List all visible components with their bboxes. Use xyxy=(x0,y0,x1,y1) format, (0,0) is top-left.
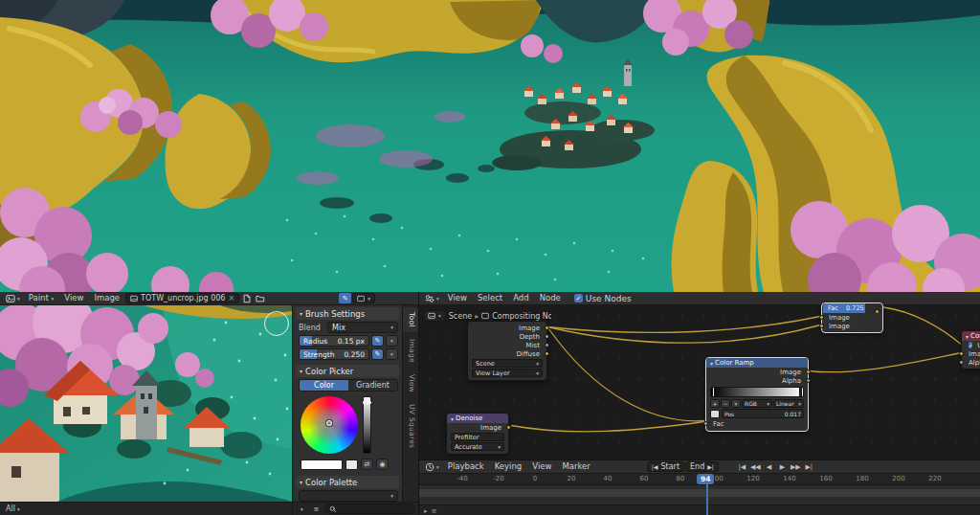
frame-start-field[interactable]: |◀ Start xyxy=(647,461,684,472)
open-image-button[interactable] xyxy=(254,293,266,303)
stop-position-slider[interactable]: Pos0.017 xyxy=(722,409,804,418)
radius-pressure-toggle[interactable]: ✎ xyxy=(371,335,384,347)
play-reverse-button[interactable]: ◀ xyxy=(763,461,775,472)
prefilter-field[interactable]: Prefilter xyxy=(451,433,504,441)
input-socket[interactable] xyxy=(819,324,824,328)
gradient-stop[interactable] xyxy=(799,387,802,397)
input-socket[interactable] xyxy=(959,351,964,356)
color-palette-panel-header[interactable]: ▾ Color Palette xyxy=(296,476,399,488)
display-channels-dropdown[interactable]: ▾ xyxy=(352,293,375,303)
expand-icon[interactable]: ▸ xyxy=(424,507,428,515)
output-socket[interactable] xyxy=(545,334,549,339)
active-color-swatch[interactable] xyxy=(301,459,343,470)
radius-slider[interactable]: Radius 0.15 px xyxy=(299,335,369,347)
node-canvas[interactable]: ▾ Scene ▸ Compositing Nodetree Image Dep… xyxy=(419,305,980,459)
channel-menu-icon[interactable]: ≡ xyxy=(432,507,437,515)
node-color-ramp[interactable]: ▾Color Ramp Image Alpha + − ▾ RGB▾ Linea… xyxy=(705,357,809,432)
strength-options-button[interactable]: ▾ xyxy=(386,348,398,360)
accurate-dropdown[interactable]: Accurate▾ xyxy=(451,442,504,451)
tab-color[interactable]: Color xyxy=(300,380,348,391)
frame-end-field[interactable]: End ▶| xyxy=(685,461,719,472)
view-layer-field[interactable]: View Layer▾ xyxy=(472,369,543,377)
stop-color-swatch[interactable] xyxy=(710,410,720,418)
render-preview-viewport[interactable] xyxy=(0,0,980,292)
output-socket[interactable] xyxy=(806,378,811,383)
brush-settings-panel-header[interactable]: ▾ Brush Settings xyxy=(296,307,399,320)
menu-add[interactable]: Add xyxy=(508,292,533,304)
panel-collapse-icon: ▾ xyxy=(300,310,302,317)
output-socket[interactable] xyxy=(545,325,549,330)
input-socket[interactable] xyxy=(703,421,708,426)
fac-slider[interactable]: Fac 0.725 xyxy=(823,303,881,313)
interpolation-dropdown[interactable]: Linear▾ xyxy=(773,399,804,408)
image-datablock-selector[interactable]: TOTW_uncrop.jpg 006 × xyxy=(125,293,239,303)
output-socket[interactable] xyxy=(545,351,549,356)
palette-selector[interactable]: ▾ xyxy=(299,490,398,502)
timeline-tracks[interactable] xyxy=(419,485,980,504)
prev-keyframe-button[interactable]: ◀◀ xyxy=(749,461,762,472)
secondary-color-swatch[interactable] xyxy=(345,459,358,470)
new-image-button[interactable] xyxy=(240,293,253,303)
strength-pressure-toggle[interactable]: ✎ xyxy=(371,348,384,360)
node-denoise[interactable]: ▾Denoise Image Prefilter Accurate▾ xyxy=(446,413,509,455)
paint-mask-toggle[interactable]: ✎ xyxy=(339,293,351,303)
colorramp-gradient-bar[interactable] xyxy=(710,387,804,397)
node-render-layers[interactable]: Image Depth Mist Diffuse Scene▾ View Lay… xyxy=(467,321,547,381)
value-slider[interactable] xyxy=(363,396,371,454)
menu-image[interactable]: Image xyxy=(89,292,124,304)
strength-slider[interactable]: Strength 0.250 xyxy=(299,348,369,360)
image-paint-viewport[interactable] xyxy=(0,305,292,502)
filter-all-dropdown[interactable]: All ▾ xyxy=(6,504,20,513)
scene-field[interactable]: Scene▾ xyxy=(472,359,543,368)
play-button[interactable]: ▶ xyxy=(776,461,789,472)
tab-uv-squares[interactable]: UV Squares xyxy=(403,399,418,453)
jump-to-start-button[interactable]: |◀ xyxy=(736,461,748,472)
color-picker-panel-header[interactable]: ▾ Color Picker xyxy=(296,365,399,377)
output-socket[interactable] xyxy=(545,343,549,347)
timeline-editor-type-button[interactable]: ▾ xyxy=(422,462,442,472)
menu-view[interactable]: View xyxy=(59,292,88,304)
menu-keying[interactable]: Keying xyxy=(490,460,527,473)
node-mix[interactable]: Fac 0.725 Image Image xyxy=(821,302,883,333)
input-socket[interactable] xyxy=(819,315,824,320)
tab-gradient[interactable]: Gradient xyxy=(348,380,397,391)
gradient-stop[interactable] xyxy=(712,387,715,397)
color-mode-dropdown[interactable]: RGB▾ xyxy=(742,399,772,408)
swap-colors-button[interactable]: ⇄ xyxy=(361,459,373,470)
node-editor-type-button[interactable]: ▾ xyxy=(422,294,442,303)
menu-select[interactable]: Select xyxy=(473,292,507,304)
jump-to-end-button[interactable]: ▶| xyxy=(803,461,815,472)
filter-button[interactable]: ▾ xyxy=(296,504,308,514)
use-nodes-checkbox[interactable]: ✓ Use Nodes xyxy=(574,294,632,303)
menu-view[interactable]: View xyxy=(527,460,556,473)
next-keyframe-button[interactable]: ▶▶ xyxy=(790,461,802,472)
checkbox-checked-icon[interactable]: ✓ xyxy=(969,342,972,348)
eyedropper-button[interactable]: ◉ xyxy=(376,459,389,470)
radius-options-button[interactable]: ▾ xyxy=(386,335,398,347)
search-input[interactable] xyxy=(339,504,411,513)
tab-view[interactable]: View xyxy=(403,369,418,397)
unlink-x-icon[interactable]: × xyxy=(228,294,234,302)
menu-view[interactable]: View xyxy=(443,292,472,304)
ramp-tools-button[interactable]: ▾ xyxy=(731,399,741,408)
menu-node[interactable]: Node xyxy=(535,292,566,304)
tab-tool[interactable]: Tool xyxy=(403,307,418,332)
next-keyframe-icon: ▶▶ xyxy=(791,463,801,471)
add-stop-button[interactable]: + xyxy=(710,399,720,408)
image-editor-type-button[interactable]: ▾ xyxy=(3,294,23,303)
scene-browse-dropdown[interactable]: ▾ xyxy=(423,310,446,322)
node-composite[interactable]: ▾Composite ✓Use Alpha Image Alpha xyxy=(961,330,980,369)
color-wheel[interactable] xyxy=(301,396,358,454)
tab-image[interactable]: Image xyxy=(403,334,418,368)
menu-marker[interactable]: Marker xyxy=(557,460,594,473)
current-frame-badge[interactable]: 94 xyxy=(697,474,714,484)
mode-dropdown[interactable]: Paint ▾ xyxy=(24,292,59,305)
input-socket[interactable] xyxy=(959,360,964,365)
blend-dropdown[interactable]: Mix ▾ xyxy=(327,322,398,333)
menu-playback[interactable]: Playback xyxy=(443,460,489,473)
sidebar-tabstrip: Tool Image View UV Squares xyxy=(402,305,418,502)
output-socket[interactable] xyxy=(806,369,811,374)
output-socket[interactable] xyxy=(506,425,511,430)
remove-stop-button[interactable]: − xyxy=(721,399,730,408)
menu-button[interactable]: ≡ xyxy=(310,504,323,514)
